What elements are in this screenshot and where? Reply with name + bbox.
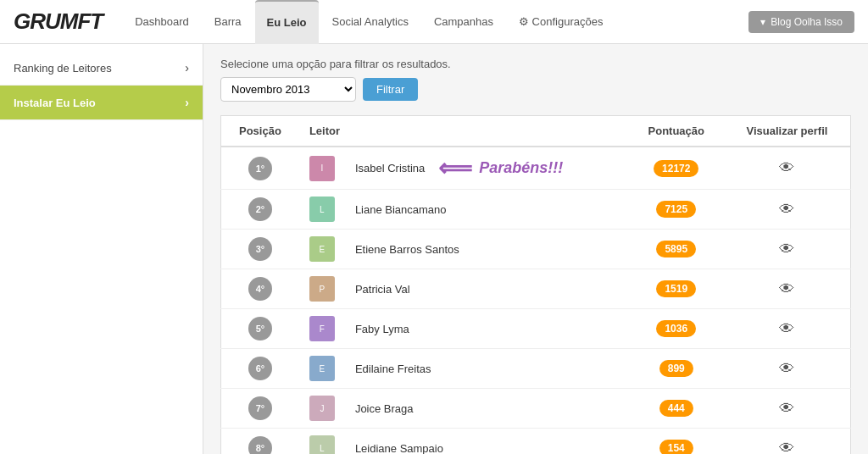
position-badge: 5° (248, 317, 272, 340)
position-cell: 5° (221, 309, 299, 349)
name-cell: Faby Lyma (345, 309, 629, 349)
eye-icon[interactable]: 👁 (779, 159, 794, 176)
position-cell: 7° (221, 389, 299, 429)
filter-label: Selecione uma opção para filtrar os resu… (220, 58, 851, 70)
avatar: L (309, 197, 335, 222)
position-badge: 7° (248, 396, 272, 420)
avatar-cell: P (299, 269, 345, 309)
table-row: 7°JJoice Braga444👁 (221, 389, 851, 429)
eye-icon[interactable]: 👁 (779, 201, 794, 218)
avatar-cell: J (299, 389, 345, 429)
position-badge: 3° (248, 237, 272, 261)
main-layout: Ranking de Leitores › Instalar Eu Leio ›… (0, 44, 868, 454)
reader-name: Edilaine Freitas (355, 363, 431, 375)
position-badge: 4° (248, 277, 272, 301)
eye-icon[interactable]: 👁 (779, 440, 794, 455)
eye-icon[interactable]: 👁 (779, 400, 794, 417)
nav-eu-leio[interactable]: Eu Leio (255, 0, 319, 44)
eye-icon[interactable]: 👁 (779, 360, 794, 377)
score-badge: 1519 (656, 280, 696, 297)
view-profile-cell[interactable]: 👁 (724, 349, 851, 389)
score-cell: 444 (629, 389, 724, 429)
name-cell: Patricia Val (345, 269, 629, 309)
position-badge: 1° (248, 157, 272, 180)
score-cell: 1036 (629, 309, 724, 349)
table-row: 4°PPatricia Val1519👁 (221, 269, 851, 309)
congrats-text: Parabéns!!! (479, 159, 563, 177)
content-area: Selecione uma opção para filtrar os resu… (203, 44, 868, 454)
avatar: F (309, 316, 335, 341)
reader-name: Etiene Barros Santos (355, 243, 459, 256)
view-profile-cell[interactable]: 👁 (724, 269, 851, 309)
name-cell: Leidiane Sampaio (345, 429, 629, 455)
table-row: 8°LLeidiane Sampaio154👁 (221, 429, 851, 455)
score-badge: 1036 (656, 320, 696, 337)
reader-name: Faby Lyma (355, 323, 409, 335)
congrats-arrow-icon: ⟸ (438, 154, 472, 182)
sidebar-item-ranking[interactable]: Ranking de Leitores › (0, 51, 203, 86)
filter-controls: Novembro 2013 Janeiro 2013 Fevereiro 201… (220, 77, 851, 102)
position-cell: 4° (221, 269, 299, 309)
view-profile-cell[interactable]: 👁 (724, 230, 851, 269)
avatar: E (309, 236, 335, 262)
avatar-cell: L (299, 429, 345, 455)
avatar: L (309, 435, 335, 454)
table-row: 1°I Isabel Cristina ⟸ Parabéns!!! 12172👁 (221, 147, 851, 190)
filter-button[interactable]: Filtrar (363, 78, 418, 101)
score-cell: 5895 (629, 230, 724, 269)
avatar: P (309, 276, 335, 302)
view-profile-cell[interactable]: 👁 (724, 429, 851, 455)
score-badge: 7125 (656, 201, 696, 218)
avatar: E (309, 356, 335, 381)
position-cell: 2° (221, 190, 299, 230)
score-cell: 154 (629, 429, 724, 455)
reader-name: Joice Braga (355, 402, 414, 415)
score-badge: 154 (659, 440, 693, 454)
nav-social-analytics[interactable]: Social Analytics (320, 0, 420, 44)
reader-name: Isabel Cristina (355, 162, 425, 174)
score-cell: 899 (629, 349, 724, 389)
score-badge: 444 (659, 400, 693, 417)
filter-bar: Selecione uma opção para filtrar os resu… (220, 58, 851, 102)
avatar-cell: I (299, 147, 345, 190)
nav-dashboard[interactable]: Dashboard (123, 0, 201, 44)
table-row: 6°EEdilaine Freitas899👁 (221, 349, 851, 389)
table-row: 5°FFaby Lyma1036👁 (221, 309, 851, 349)
sidebar-item-instalar[interactable]: Instalar Eu Leio › (0, 86, 203, 120)
eye-icon[interactable]: 👁 (779, 241, 794, 257)
nav-barra[interactable]: Barra (203, 0, 253, 44)
avatar-cell: L (299, 190, 345, 230)
score-badge: 5895 (656, 241, 696, 257)
name-cell: Joice Braga (345, 389, 629, 429)
position-cell: 3° (221, 230, 299, 269)
logo: GRUMFT (14, 8, 103, 35)
avatar-cell: E (299, 349, 345, 389)
view-profile-cell[interactable]: 👁 (724, 389, 851, 429)
congrats-row: Isabel Cristina ⟸ Parabéns!!! (355, 154, 619, 182)
score-cell: 12172 (629, 147, 724, 190)
position-badge: 8° (248, 436, 272, 454)
col-pontuacao: Pontuação (629, 116, 724, 147)
col-leitor: Leitor (299, 116, 629, 147)
score-badge: 12172 (654, 160, 698, 177)
table-row: 3°EEtiene Barros Santos5895👁 (221, 230, 851, 269)
reader-name: Patricia Val (355, 283, 410, 296)
position-cell: 8° (221, 429, 299, 455)
score-cell: 7125 (629, 190, 724, 230)
nav-configuracoes[interactable]: ⚙ Configurações (507, 0, 615, 44)
nav-campanhas[interactable]: Campanhas (422, 0, 505, 44)
position-badge: 2° (248, 197, 272, 221)
name-cell: Edilaine Freitas (345, 349, 629, 389)
view-profile-cell[interactable]: 👁 (724, 147, 851, 190)
filter-select[interactable]: Novembro 2013 Janeiro 2013 Fevereiro 201… (220, 77, 356, 102)
header: GRUMFT Dashboard Barra Eu Leio Social An… (0, 0, 868, 44)
view-profile-cell[interactable]: 👁 (724, 190, 851, 230)
avatar: I (309, 156, 335, 181)
eye-icon[interactable]: 👁 (779, 280, 794, 297)
main-nav: Dashboard Barra Eu Leio Social Analytics… (123, 0, 748, 44)
position-badge: 6° (248, 357, 272, 380)
view-profile-cell[interactable]: 👁 (724, 309, 851, 349)
name-cell: Etiene Barros Santos (345, 230, 629, 269)
blog-button[interactable]: Blog Oolha Isso (748, 11, 854, 33)
eye-icon[interactable]: 👁 (779, 320, 794, 337)
